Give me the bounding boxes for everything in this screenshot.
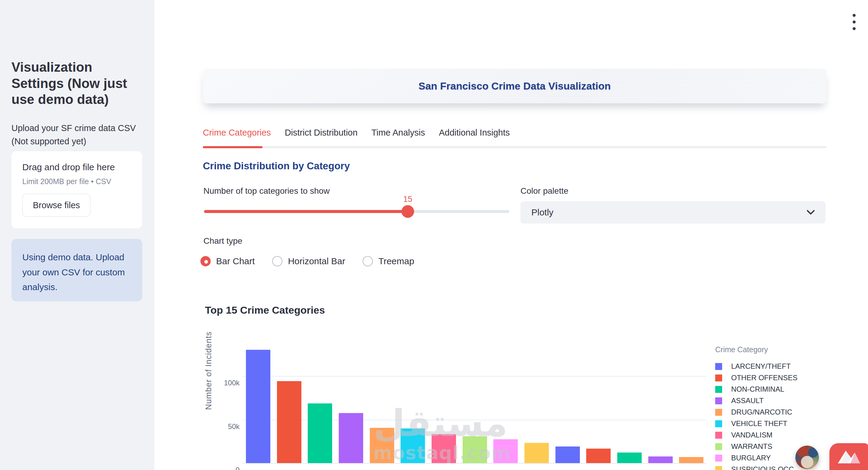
legend-item-DRUG/NARCOTIC[interactable]: DRUG/NARCOTIC (715, 406, 794, 418)
legend-label: LARCENY/THEFT (731, 362, 790, 371)
bar-ASSAULT[interactable] (339, 413, 363, 463)
sidebar-title: Visualization Settings (Now just use dem… (11, 59, 136, 107)
legend-item-OTHER OFFENSES[interactable]: OTHER OFFENSES (715, 372, 794, 383)
legend-item-VEHICLE THEFT[interactable]: VEHICLE THEFT (715, 418, 794, 429)
slider-label: Number of top categories to show (204, 186, 330, 196)
gridline-100k (243, 376, 707, 377)
bar-OTHER OFFENSES[interactable] (277, 381, 301, 463)
legend-item-SUSPICIOUS OCC[interactable]: SUSPICIOUS OCC (715, 464, 794, 470)
radio-treemap[interactable]: Treemap (363, 256, 414, 266)
legend-item-ASSAULT[interactable]: ASSAULT (715, 395, 794, 406)
page-title: San Francisco Crime Data Visualization (418, 80, 611, 92)
legend-item-BURGLARY[interactable]: BURGLARY (715, 452, 794, 464)
legend-swatch-icon (715, 397, 722, 404)
dropzone-limit: Limit 200MB per file • CSV (22, 177, 132, 186)
bar-BURGLARY[interactable] (493, 439, 518, 463)
tab-time-analysis[interactable]: Time Analysis (371, 128, 425, 146)
radio-bar-chart[interactable]: Bar Chart (200, 256, 255, 266)
chat-widget-button[interactable] (830, 443, 868, 470)
legend-item-NON-CRIMINAL[interactable]: NON-CRIMINAL (715, 383, 794, 395)
bar-DRUG/NARCOTIC[interactable] (370, 428, 394, 463)
bar-rank-13[interactable] (617, 452, 642, 463)
y-axis-title: Number of Incidents (204, 383, 213, 410)
legend-item-WARRANTS[interactable]: WARRANTS (715, 441, 794, 452)
file-dropzone[interactable]: Drag and drop file here Limit 200MB per … (11, 151, 142, 228)
legend-swatch-icon (715, 409, 722, 416)
legend-item-LARCENY/THEFT[interactable]: LARCENY/THEFT (715, 361, 794, 372)
legend-label: ASSAULT (731, 397, 764, 405)
slider-fill (204, 210, 408, 213)
app-page: Visualization Settings (Now just use dem… (0, 0, 868, 470)
legend-title: Crime Category (715, 345, 794, 354)
tab-district-distribution[interactable]: District Distribution (285, 128, 358, 146)
sidebar: Visualization Settings (Now just use dem… (0, 0, 154, 470)
legend-swatch-icon (715, 375, 722, 381)
legend-item-VANDALISM[interactable]: VANDALISM (715, 429, 794, 441)
legend-label: SUSPICIOUS OCC (731, 465, 794, 470)
bar-VANDALISM[interactable] (432, 434, 456, 463)
chart-legend: Crime Category LARCENY/THEFTOTHER OFFENS… (715, 345, 794, 470)
bar-LARCENY/THEFT[interactable] (246, 350, 270, 463)
active-tab-underline (203, 146, 262, 148)
chart-type-label: Chart type (204, 236, 242, 246)
y-tick-100k: 100k (213, 379, 240, 387)
legend-swatch-icon (715, 386, 722, 393)
legend-swatch-icon (715, 443, 722, 450)
title-card: San Francisco Crime Data Visualization (203, 69, 827, 103)
bar-NON-CRIMINAL[interactable] (308, 403, 332, 463)
legend-label: OTHER OFFENSES (731, 374, 798, 382)
avatar[interactable] (795, 446, 819, 469)
bar-rank-14[interactable] (648, 457, 673, 463)
legend-swatch-icon (715, 466, 722, 470)
legend-swatch-icon (715, 432, 722, 439)
bar-rank-15[interactable] (679, 457, 704, 463)
plot-area (243, 319, 707, 464)
chart-title: Top 15 Crime Categories (205, 304, 325, 316)
top-categories-slider[interactable]: 15 (204, 199, 509, 226)
legend-swatch-icon (715, 363, 722, 370)
palette-label: Color palette (521, 186, 568, 196)
legend-label: VANDALISM (731, 431, 772, 439)
palette-selected-value: Plotly (531, 201, 553, 224)
slider-value: 15 (403, 195, 412, 204)
tab-bar: Crime Categories District Distribution T… (203, 128, 510, 146)
bar-VEHICLE THEFT[interactable] (401, 429, 425, 463)
bar-rank-11[interactable] (555, 446, 580, 463)
browse-files-button[interactable]: Browse files (22, 194, 90, 217)
chevron-down-icon (806, 209, 815, 215)
y-tick-50k: 50k (213, 422, 240, 431)
radio-circle-icon[interactable] (363, 256, 373, 266)
slider-thumb[interactable] (401, 205, 414, 218)
legend-swatch-icon (715, 455, 722, 462)
radio-horizontal-bar[interactable]: Horizontal Bar (272, 256, 345, 266)
tab-additional-insights[interactable]: Additional Insights (439, 128, 510, 146)
color-palette-select[interactable]: Plotly (521, 201, 826, 224)
bar-rank-12[interactable] (586, 449, 611, 463)
file-upload-label: Upload your SF crime data CSV (Not suppo… (11, 122, 138, 148)
bar-SUSPICIOUS OCC[interactable] (524, 443, 549, 463)
tab-crime-categories[interactable]: Crime Categories (203, 128, 271, 146)
tab-divider (203, 146, 827, 148)
legend-label: BURGLARY (731, 454, 771, 462)
radio-circle-icon[interactable] (200, 256, 211, 266)
y-tick-0: 0 (213, 466, 240, 470)
legend-label: WARRANTS (731, 442, 772, 451)
kebab-menu-icon[interactable] (848, 11, 860, 33)
legend-label: NON-CRIMINAL (731, 385, 784, 394)
radio-circle-icon[interactable] (272, 256, 282, 266)
crown-icon (837, 449, 861, 464)
demo-data-info-box: Using demo data. Upload your own CSV for… (11, 239, 142, 301)
x-axis-line (243, 463, 707, 464)
bar-WARRANTS[interactable] (463, 436, 487, 463)
legend-label: VEHICLE THEFT (731, 419, 787, 428)
bar-chart: Number of Incidents 0 50k 100k Crime Cat… (203, 319, 794, 470)
legend-swatch-icon (715, 420, 722, 427)
section-heading: Crime Distribution by Category (203, 160, 350, 172)
demo-data-info-text: Using demo data. Upload your own CSV for… (11, 239, 142, 295)
legend-label: DRUG/NARCOTIC (731, 408, 792, 416)
chart-type-radio-group: Bar Chart Horizontal Bar Treemap (200, 256, 414, 266)
dropzone-instruction: Drag and drop file here (22, 162, 132, 173)
